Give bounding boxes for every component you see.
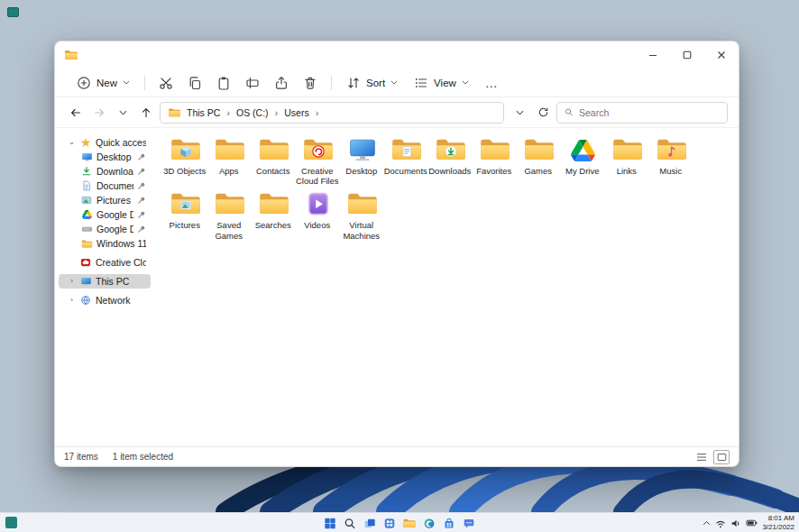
address-bar: This PC › OS (C:) › Users › bbox=[55, 97, 739, 128]
battery-icon[interactable] bbox=[746, 518, 758, 527]
up-button[interactable] bbox=[136, 103, 156, 123]
pin-icon bbox=[137, 181, 146, 190]
breadcrumb-separator: › bbox=[225, 107, 231, 118]
file-tile[interactable]: Downloads bbox=[428, 135, 473, 186]
pin-icon bbox=[137, 167, 146, 176]
maximize-button[interactable] bbox=[670, 41, 704, 69]
paste-button[interactable] bbox=[210, 72, 237, 94]
file-tile[interactable]: Desktop bbox=[340, 135, 384, 186]
chat-icon[interactable] bbox=[463, 517, 476, 530]
sidebar-item-google-drive-d[interactable]: Google Drive (D:) bbox=[59, 222, 151, 236]
store-icon[interactable] bbox=[443, 517, 456, 530]
sidebar-item-this-pc[interactable]: › This PC bbox=[59, 274, 151, 289]
task-view-icon[interactable] bbox=[363, 517, 377, 530]
creative-cloud-icon bbox=[79, 257, 92, 269]
share-button[interactable] bbox=[268, 72, 295, 94]
file-tile[interactable]: Creative Cloud Files bbox=[296, 135, 340, 186]
chevron-right-icon: › bbox=[68, 297, 76, 304]
view-button[interactable]: View bbox=[407, 72, 476, 94]
file-tile[interactable]: Saved Games bbox=[207, 189, 252, 240]
widgets-icon[interactable] bbox=[383, 517, 397, 530]
folder-icon bbox=[214, 189, 246, 217]
breadcrumb-users[interactable]: Users bbox=[284, 107, 308, 118]
file-label: Apps bbox=[206, 166, 253, 176]
large-icons-view-button[interactable] bbox=[713, 450, 730, 464]
file-label: Documents bbox=[382, 166, 429, 176]
back-button[interactable] bbox=[66, 103, 86, 123]
file-tile[interactable]: Favorites bbox=[473, 135, 517, 186]
breadcrumb-os-c[interactable]: OS (C:) bbox=[236, 107, 269, 118]
file-explorer-icon[interactable] bbox=[403, 517, 417, 530]
copy-icon bbox=[188, 76, 202, 90]
delete-button[interactable] bbox=[297, 72, 324, 94]
folder-music-icon bbox=[656, 135, 688, 163]
copy-button[interactable] bbox=[181, 72, 208, 94]
close-button[interactable] bbox=[704, 41, 739, 69]
network-wifi-icon[interactable] bbox=[715, 518, 726, 528]
title-bar[interactable] bbox=[55, 41, 739, 69]
sidebar-item-network[interactable]: › Network bbox=[59, 293, 151, 307]
sidebar-item-quick-access[interactable]: ⌄ Quick access bbox=[59, 135, 151, 150]
see-more-button[interactable]: … bbox=[478, 76, 506, 90]
sidebar-item-desktop[interactable]: Desktop bbox=[59, 150, 151, 164]
file-tile[interactable]: Music bbox=[649, 135, 693, 186]
window-controls bbox=[636, 41, 739, 69]
sidebar-item-windows-11[interactable]: Windows 11 bbox=[59, 236, 151, 251]
sidebar-item-label: Windows 11 bbox=[96, 238, 146, 249]
trash-icon bbox=[303, 76, 317, 90]
desktop-shortcut-icon[interactable] bbox=[7, 7, 19, 17]
folder-icon bbox=[611, 135, 644, 163]
refresh-button[interactable] bbox=[533, 103, 553, 123]
sidebar-item-documents[interactable]: Documents bbox=[59, 179, 151, 193]
google-drive-icon bbox=[571, 135, 595, 163]
search-icon[interactable] bbox=[344, 517, 357, 530]
recent-locations-button[interactable] bbox=[113, 103, 133, 123]
file-tile[interactable]: Apps bbox=[207, 135, 252, 186]
file-tile[interactable]: Contacts bbox=[252, 135, 296, 186]
folder-3d-icon bbox=[170, 135, 202, 163]
file-tile[interactable]: 3D Objects bbox=[163, 135, 207, 186]
pin-icon bbox=[137, 152, 146, 161]
start-button[interactable] bbox=[324, 517, 337, 530]
sidebar-item-google-drive[interactable]: Google Drive bbox=[59, 207, 151, 222]
toolbar-divider bbox=[144, 76, 145, 90]
edge-icon[interactable] bbox=[423, 517, 436, 530]
rename-button[interactable] bbox=[239, 72, 266, 94]
tray-chevron-up-icon[interactable] bbox=[703, 519, 711, 527]
volume-icon[interactable] bbox=[730, 518, 741, 528]
sidebar-item-pictures[interactable]: Pictures bbox=[59, 193, 151, 207]
breadcrumb[interactable]: This PC › OS (C:) › Users › bbox=[160, 102, 504, 124]
monitor-icon bbox=[347, 135, 378, 163]
star-icon bbox=[79, 137, 92, 149]
cut-button[interactable] bbox=[152, 72, 179, 94]
sidebar-item-creative-cloud-files[interactable]: Creative Cloud Files bbox=[59, 255, 151, 270]
file-tile[interactable]: Pictures bbox=[163, 189, 207, 240]
file-tile[interactable]: Games bbox=[517, 135, 561, 186]
file-tile[interactable]: Searches bbox=[252, 189, 296, 240]
file-tile[interactable]: My Drive bbox=[561, 135, 605, 186]
details-view-button[interactable] bbox=[693, 450, 710, 464]
breadcrumb-this-pc[interactable]: This PC bbox=[187, 107, 220, 118]
file-tile[interactable]: Documents bbox=[384, 135, 428, 186]
taskbar-corner-icon[interactable] bbox=[5, 517, 17, 528]
forward-button[interactable] bbox=[89, 103, 109, 123]
sort-button[interactable]: Sort bbox=[339, 72, 405, 94]
file-tile[interactable]: Videos bbox=[296, 189, 340, 240]
chevron-right-icon: › bbox=[68, 278, 76, 285]
new-button-label: New bbox=[96, 78, 117, 88]
file-tile[interactable]: Links bbox=[605, 135, 649, 186]
sidebar-item-label: Desktop bbox=[96, 151, 132, 162]
taskbar-clock[interactable]: 8:01 AM 3/21/2022 bbox=[762, 514, 794, 532]
picture-icon bbox=[80, 195, 93, 206]
system-tray: 8:01 AM 3/21/2022 bbox=[703, 513, 794, 532]
search-input[interactable] bbox=[579, 107, 720, 118]
address-dropdown-button[interactable] bbox=[510, 103, 529, 123]
minimize-button[interactable] bbox=[636, 41, 670, 69]
hard-drive-icon bbox=[80, 224, 93, 235]
file-tile[interactable]: Virtual Machines bbox=[340, 189, 384, 240]
folder-icon bbox=[258, 189, 290, 217]
new-button[interactable]: New bbox=[69, 72, 137, 94]
sidebar-item-downloads[interactable]: Downloads bbox=[59, 164, 151, 179]
file-label: My Drive bbox=[559, 166, 606, 176]
search-box[interactable] bbox=[556, 102, 728, 124]
